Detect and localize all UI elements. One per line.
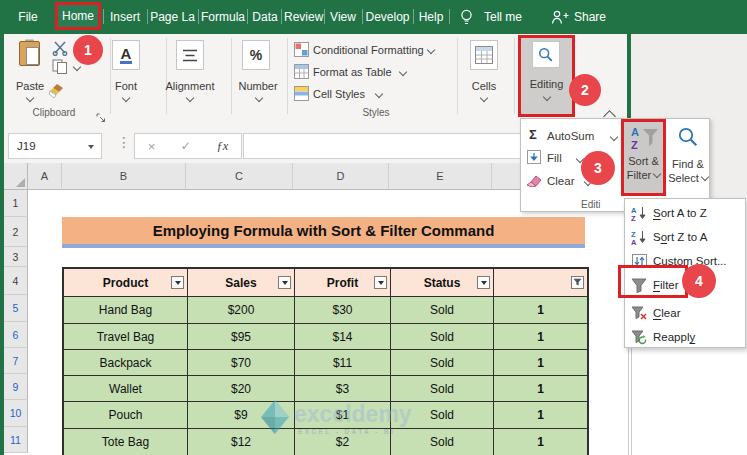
clear-button[interactable]: Clear	[547, 175, 574, 187]
menu-item-clear[interactable]: Clear	[625, 301, 745, 325]
cell-flag[interactable]: 1	[494, 376, 587, 402]
alignment-dropdown-chevron[interactable]	[186, 94, 194, 102]
cut-scissors-icon[interactable]	[52, 41, 70, 60]
tab-help[interactable]: Help	[416, 0, 446, 34]
format-painter-icon[interactable]	[48, 83, 65, 103]
cell-profit[interactable]: $11	[295, 350, 391, 376]
filter-dropdown-button[interactable]	[171, 276, 184, 289]
cells-dropdown-chevron[interactable]	[480, 94, 488, 102]
table-header-helper[interactable]	[494, 269, 587, 297]
table-header-product[interactable]: Product	[64, 269, 188, 297]
row-header-9[interactable]: 9	[4, 374, 28, 400]
row-header-4[interactable]: 4	[4, 267, 28, 295]
alignment-group-button-label[interactable]: Alignment	[164, 80, 216, 92]
cell-status[interactable]: Sold	[391, 350, 494, 376]
cell-flag[interactable]: 1	[494, 402, 587, 429]
select-all-corner[interactable]	[4, 163, 28, 190]
paste-clipboard-icon[interactable]	[18, 39, 41, 72]
format-as-table-chevron[interactable]	[399, 68, 407, 76]
number-button[interactable]: %	[242, 40, 270, 70]
editing-group-button[interactable]: Editing	[518, 35, 575, 117]
share-button[interactable]: Share	[571, 0, 609, 34]
tab-insert[interactable]: Insert	[106, 0, 144, 34]
find-select-button[interactable]: Find & Select	[666, 124, 710, 195]
format-as-table-button[interactable]: Format as Table	[313, 66, 392, 78]
sheet-title-cell[interactable]: Employing Formula with Sort & Filter Com…	[62, 217, 585, 244]
enter-icon[interactable]: ✓	[181, 139, 191, 153]
row-header-2[interactable]: 2	[4, 217, 28, 247]
filter-dropdown-button[interactable]	[278, 276, 291, 289]
row-header-10[interactable]: 10	[4, 400, 28, 427]
paste-button[interactable]: Paste	[10, 80, 50, 92]
clear-eraser-icon[interactable]	[526, 173, 542, 191]
filter-dropdown-button[interactable]	[477, 276, 490, 289]
cell-styles-button[interactable]: Cell Styles	[313, 88, 365, 100]
column-header-a[interactable]: A	[28, 163, 62, 190]
tab-data[interactable]: Data	[250, 0, 280, 34]
cells-group-button-label[interactable]: Cells	[466, 80, 502, 92]
autosum-sigma-icon[interactable]: Σ	[529, 127, 537, 142]
tab-developer[interactable]: Develop	[365, 0, 410, 34]
cell-flag[interactable]: 1	[494, 324, 587, 350]
cell-status[interactable]: Sold	[391, 297, 494, 324]
tell-me-button[interactable]: Tell me	[480, 0, 526, 34]
font-button[interactable]: A	[112, 40, 140, 70]
column-header-d[interactable]: D	[293, 163, 389, 190]
cell-product[interactable]: Hand Bag	[64, 297, 188, 324]
number-dropdown-chevron[interactable]	[255, 94, 263, 102]
table-header-sales[interactable]: Sales	[188, 269, 295, 297]
cell-product[interactable]: Tote Bag	[64, 429, 188, 455]
row-header-11[interactable]: 11	[4, 427, 28, 453]
menu-item-sort-z-to-a[interactable]: ZA Sort Z to A	[625, 225, 745, 249]
sort-filter-button[interactable]: AZ Sort & Filter	[621, 119, 666, 196]
font-group-button-label[interactable]: Font	[108, 80, 144, 92]
tab-page-layout[interactable]: Page La	[150, 0, 195, 34]
conditional-formatting-chevron[interactable]	[427, 46, 435, 54]
cell-status[interactable]: Sold	[391, 324, 494, 350]
paste-dropdown-chevron[interactable]	[26, 94, 34, 102]
row-header-5[interactable]: 5	[4, 295, 28, 322]
font-dropdown-chevron[interactable]	[122, 94, 130, 102]
cell-flag[interactable]: 1	[494, 297, 587, 324]
tab-formulas[interactable]: Formula	[201, 0, 245, 34]
cell-sales[interactable]: $70	[188, 350, 295, 376]
fill-button[interactable]: Fill	[547, 152, 562, 164]
name-box-dropdown-icon[interactable]	[88, 145, 94, 149]
column-header-e[interactable]: E	[389, 163, 492, 190]
cell-sales[interactable]: $200	[188, 297, 295, 324]
conditional-formatting-button[interactable]: Conditional Formatting	[313, 44, 424, 56]
alignment-button[interactable]	[176, 40, 204, 70]
name-box[interactable]: J19	[8, 133, 102, 159]
table-header-profit[interactable]: Profit	[295, 269, 391, 297]
autosum-chevron[interactable]	[610, 133, 618, 141]
autosum-button[interactable]: AutoSum	[547, 130, 594, 142]
cell-product[interactable]: Travel Bag	[64, 324, 188, 350]
menu-item-sort-a-to-z[interactable]: AZ Sort A to Z	[625, 201, 745, 225]
cancel-icon[interactable]: ×	[148, 139, 156, 154]
menu-item-reapply[interactable]: Reapply	[625, 325, 745, 349]
copy-icon[interactable]	[52, 59, 69, 79]
cell-profit[interactable]: $30	[295, 297, 391, 324]
drag-dots-icon[interactable]: ⋮	[117, 134, 131, 150]
fx-icon[interactable]: ƒx	[216, 139, 228, 154]
tab-view[interactable]: View	[327, 0, 359, 34]
cell-flag[interactable]: 1	[494, 350, 587, 376]
cell-flag[interactable]: 1	[494, 429, 587, 455]
tab-review[interactable]: Review	[284, 0, 322, 34]
active-filter-button[interactable]	[571, 276, 584, 289]
cells-button[interactable]	[470, 40, 498, 70]
row-header-1[interactable]: 1	[4, 190, 28, 217]
column-header-c[interactable]: C	[186, 163, 293, 190]
cell-product[interactable]: Wallet	[64, 376, 188, 402]
table-header-status[interactable]: Status	[391, 269, 494, 297]
row-header-3[interactable]: 3	[4, 247, 28, 267]
cell-profit[interactable]: $14	[295, 324, 391, 350]
cell-product[interactable]: Backpack	[64, 350, 188, 376]
cell-styles-chevron[interactable]	[375, 90, 383, 98]
cell-sales[interactable]: $95	[188, 324, 295, 350]
row-header-6[interactable]: 6	[4, 322, 28, 348]
number-group-button-label[interactable]: Number	[236, 80, 280, 92]
fill-icon[interactable]	[527, 150, 541, 168]
filter-dropdown-button[interactable]	[374, 276, 387, 289]
cell-product[interactable]: Pouch	[64, 402, 188, 429]
